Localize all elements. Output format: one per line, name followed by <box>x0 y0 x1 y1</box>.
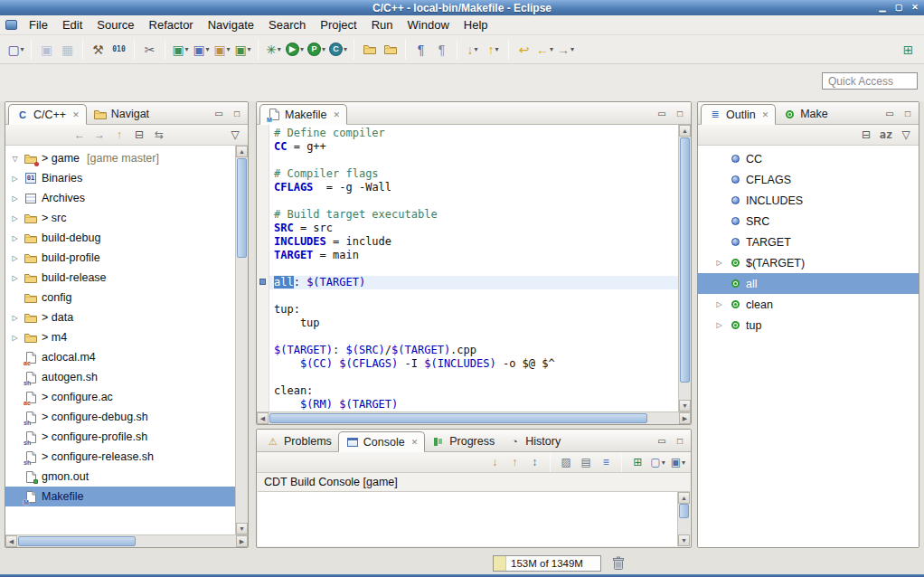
open-archive-button[interactable] <box>380 39 401 61</box>
expand-arrow-icon[interactable]: ▷ <box>10 214 20 222</box>
console-vscrollbar[interactable]: ▲ ▼ <box>677 492 690 546</box>
project-item-makefile[interactable]: MMakefile <box>5 487 248 506</box>
scroll-up-icon[interactable]: ▲ <box>678 492 690 504</box>
view-menu-button[interactable]: ▽ <box>897 126 915 144</box>
run-button[interactable]: ▶▾ <box>284 39 306 61</box>
new-console-view-button[interactable]: ⊞ <box>628 453 646 471</box>
quick-access-input[interactable] <box>822 72 918 90</box>
minimize-button[interactable]: ▭ <box>882 107 897 119</box>
project-item-build-profile[interactable]: ▷build-profile <box>5 248 248 268</box>
menu-source[interactable]: Source <box>90 15 141 34</box>
outline-item-cflags[interactable]: CFLAGS <box>698 169 919 190</box>
up-button[interactable]: ↑ <box>110 126 128 144</box>
outline-tree[interactable]: CCCFLAGSINCLUDESSRCTARGET▷$(TARGET)all▷c… <box>698 146 919 547</box>
project-tree-hscrollbar[interactable]: ◀ ▶ <box>5 534 248 547</box>
project-item-binaries[interactable]: ▷01Binaries <box>5 168 248 188</box>
title-bar[interactable]: C/C++ - local-bin/Makefile - Eclipse ▁▢✕ <box>0 0 924 15</box>
editor-vscrollbar[interactable]: ▲ ▼ <box>678 125 691 411</box>
scroll-left-icon[interactable]: ◀ <box>257 412 269 424</box>
view-menu-button[interactable]: ▽ <box>226 126 244 144</box>
save-all-button[interactable]: ▦ <box>57 39 78 61</box>
project-tree-vscrollbar[interactable]: ▲ ▼ <box>235 146 248 534</box>
last-edit-location-button[interactable]: ↩ <box>514 39 534 61</box>
menu-navigate[interactable]: Navigate <box>201 15 261 34</box>
project-item-src[interactable]: ▷> src <box>5 208 248 228</box>
expand-arrow-icon[interactable]: ▷ <box>714 300 724 308</box>
console-tab-history[interactable]: ◔History <box>501 431 567 451</box>
scroll-left-icon[interactable]: ◀ <box>5 535 17 547</box>
collapse-all-button[interactable]: ⊟ <box>857 126 875 144</box>
console-tab-console[interactable]: Console✕ <box>338 431 425 452</box>
minimize-button[interactable]: ▭ <box>655 434 669 447</box>
maximize-button[interactable]: □ <box>673 434 687 447</box>
scroll-to-top-button[interactable]: ↑ <box>505 453 523 471</box>
maximize-button[interactable]: □ <box>673 107 687 119</box>
pin-console-button[interactable]: ↕ <box>525 453 543 471</box>
close-icon[interactable]: ✕ <box>411 438 419 447</box>
run-garbage-collector-button[interactable] <box>612 556 625 571</box>
save-button[interactable]: ▣ <box>36 39 57 61</box>
outline-item-target[interactable]: ▷$(TARGET) <box>698 252 919 273</box>
close-icon[interactable]: ✕ <box>72 110 80 119</box>
project-item-build-release[interactable]: ▷build-release <box>5 268 248 288</box>
project-tree[interactable]: ▲ ▼ ▽> game[game master]▷01Binaries▷Arch… <box>5 146 248 534</box>
menu-run[interactable]: Run <box>364 15 401 34</box>
expand-arrow-icon[interactable]: ▷ <box>10 254 20 262</box>
new-button[interactable]: ▢▾ <box>5 39 26 61</box>
close-icon[interactable]: ✕ <box>762 110 769 119</box>
new-source-folder-button[interactable]: ▣▾ <box>170 39 191 61</box>
menu-edit[interactable]: Edit <box>55 15 90 34</box>
console-tab-problems[interactable]: ⚠Problems <box>259 431 338 451</box>
mark-occurrences-button[interactable]: ¶ <box>431 39 452 61</box>
forward-button[interactable]: →▾ <box>555 39 576 61</box>
clear-console-button[interactable]: ▨ <box>557 453 575 471</box>
scroll-down-icon[interactable]: ▼ <box>236 523 248 534</box>
close-button[interactable]: ✕ <box>909 1 921 14</box>
project-item-autogen-sh[interactable]: shautogen.sh <box>5 367 248 387</box>
scroll-up-icon[interactable]: ▲ <box>236 146 248 157</box>
project-item-m4[interactable]: ▷> m4 <box>5 327 248 347</box>
maximize-button[interactable]: □ <box>900 107 915 119</box>
annotation-ruler[interactable] <box>257 125 269 411</box>
project-item-gmon-out[interactable]: gmon.out <box>5 467 248 487</box>
expand-arrow-icon[interactable]: ▷ <box>10 175 20 183</box>
expand-arrow-icon[interactable]: ▷ <box>10 334 20 342</box>
project-item-configure-ac[interactable]: ac> configure.ac <box>5 387 248 407</box>
collapse-all-button[interactable]: ⊟ <box>130 126 148 144</box>
minimize-button[interactable]: ▭ <box>655 107 669 119</box>
build-all-button[interactable]: ⚒ <box>88 39 108 61</box>
outline-tab-outlin[interactable]: ≣Outlin✕ <box>701 104 776 125</box>
expand-arrow-icon[interactable]: ▷ <box>10 234 20 242</box>
scrollbar-thumb[interactable] <box>679 504 689 518</box>
scrollbar-thumb[interactable] <box>18 536 136 546</box>
project-item-configure-profile-sh[interactable]: sh> configure-profile.sh <box>5 427 248 447</box>
project-item-game[interactable]: ▽> game[game master] <box>5 148 248 168</box>
scrollbar-thumb[interactable] <box>269 413 647 423</box>
project-item-config[interactable]: config <box>5 288 248 307</box>
project-item-configure-release-sh[interactable]: sh> configure-release.sh <box>5 447 248 467</box>
back-button[interactable]: ← <box>71 126 89 144</box>
open-perspective-button[interactable]: ⊞ <box>898 39 919 61</box>
maximize-button[interactable]: □ <box>230 107 244 119</box>
debug-button[interactable]: ✳▾ <box>263 39 284 61</box>
open-console-button[interactable]: ▣▾ <box>669 453 687 471</box>
scrollbar-thumb[interactable] <box>680 137 690 383</box>
show-whitespace-button[interactable]: ¶ <box>410 39 431 61</box>
link-with-editor-button[interactable]: ⇆ <box>150 126 168 144</box>
back-button[interactable]: ←▾ <box>534 39 555 61</box>
editor-tab-makefile[interactable]: MMakefile✕ <box>259 104 347 125</box>
word-wrap-button[interactable]: ≡ <box>597 453 615 471</box>
menu-help[interactable]: Help <box>457 15 495 34</box>
window-menu-icon[interactable] <box>5 20 17 30</box>
project-item-configure-debug-sh[interactable]: sh> configure-debug.sh <box>5 407 248 427</box>
sort-button[interactable]: az <box>877 126 895 144</box>
manage-configs-button[interactable]: ▣▾ <box>232 39 253 61</box>
cut-index-button[interactable]: ✂ <box>139 39 160 61</box>
scroll-to-bottom-button[interactable]: ↓ <box>486 453 504 471</box>
menu-search[interactable]: Search <box>261 15 313 34</box>
outline-item-cc[interactable]: CC <box>698 148 919 169</box>
menu-window[interactable]: Window <box>401 15 457 34</box>
close-icon[interactable]: ✕ <box>334 110 341 119</box>
scroll-up-icon[interactable]: ▲ <box>679 125 691 137</box>
scroll-right-icon[interactable]: ▶ <box>679 412 691 424</box>
